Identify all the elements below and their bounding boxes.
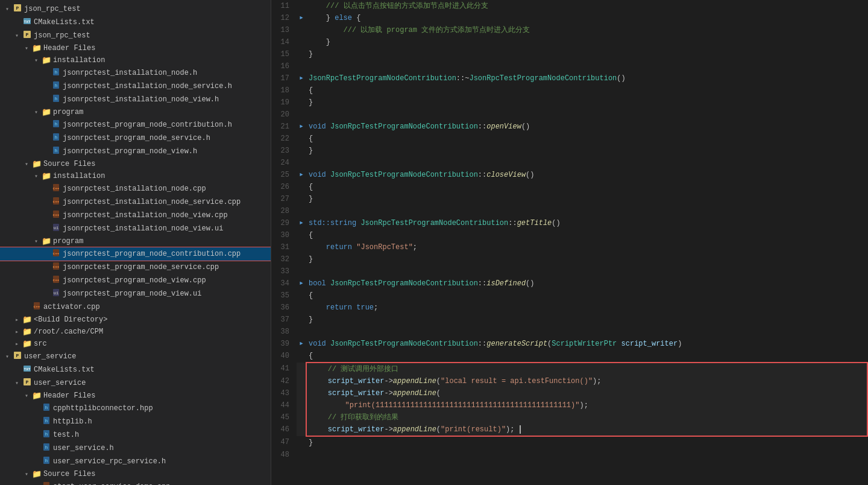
tree-label: jsonrpctest_program_node_contribution.h [63,121,232,129]
code-line: 43 script_writer->appendLine( [271,387,867,399]
file-icon-h: h [41,416,52,427]
tree-label: user_service.h [53,444,114,452]
tree-item-src[interactable]: ▸📁src [0,338,271,350]
code-line: 18{ [271,84,867,97]
tree-item-prog_svc_cpp[interactable]: c++jsonrpctest_program_node_service.cpp [0,261,271,274]
code-line: 42 script_writer->appendLine("local resu… [271,375,867,387]
tree-label: Source Files [43,470,95,478]
tree-label: jsonrpctest_program_node_view.h [63,147,197,156]
tree-label: jsonrpctest_installation_node.h [63,69,197,77]
tree-label: jsonrpctest_installation_node_view.h [63,95,219,104]
tree-item-prog_svc_h[interactable]: hjsonrpctest_program_node_service.h [0,132,271,145]
tree-label: jsonrpctest_installation_node_view.ui [63,224,223,233]
code-line: 44 "print(111111111111111111111111111111… [271,399,867,411]
tree-item-json_rpc_test_root[interactable]: ▾Pjson_rpc_test [0,2,271,16]
code-line: 23} [271,145,867,157]
file-icon-folder: 📁 [41,236,52,246]
tree-item-inst_node_h[interactable]: hjsonrpctest_installation_node.h [0,66,271,80]
file-tree[interactable]: ▾Pjson_rpc_testTXTCMakeLists.txt▾Pjson_r… [0,0,271,485]
tree-item-program_src[interactable]: ▾📁program [0,235,271,247]
svg-text:TXT: TXT [24,367,31,372]
tree-item-user_svc_rpc_h[interactable]: huser_service_rpc_service.h [0,455,271,468]
tree-item-build_dir[interactable]: ▸📁<Build Directory> [0,314,271,326]
tree-item-installation_hdr[interactable]: ▾📁installation [0,54,271,66]
file-icon-h: h [51,119,61,130]
file-icon-cpp: c++ [41,481,52,485]
tree-label: jsonrpctest_installation_node_service.cp… [63,198,241,206]
code-line: 37} [271,314,867,326]
tree-label: CMakeLists.txt [34,18,95,27]
tree-item-inst_node_view_h[interactable]: hjsonrpctest_installation_node_view.h [0,93,271,106]
code-line: 34►bool JsonRpcTestProgramNodeContributi… [271,277,867,290]
code-line: 26{ [271,181,867,193]
tree-item-header_files[interactable]: ▾📁Header Files [0,42,271,54]
tree-item-activator_cpp[interactable]: c++activator.cpp [0,300,271,314]
svg-text:ui: ui [54,291,58,296]
tree-label: jsonrpctest_program_node_view.ui [63,290,201,298]
tree-item-user_service_root[interactable]: ▾Puser_service [0,350,271,363]
file-icon-folder: 📁 [22,327,33,337]
tree-item-cmake_root[interactable]: TXTCMakeLists.txt [0,16,271,29]
svg-text:P: P [26,379,29,385]
tree-item-inst_node_svc_h[interactable]: hjsonrpctest_installation_node_service.h [0,80,271,93]
tree-item-prog_view_h[interactable]: hjsonrpctest_program_node_view.h [0,145,271,158]
tree-label: user_service [24,352,76,361]
code-line: 16 [271,60,867,72]
tree-item-cmake_us[interactable]: TXTCMakeLists.txt [0,363,271,376]
tree-item-installation_src[interactable]: ▾📁installation [0,170,271,182]
tree-item-prog_view_cpp[interactable]: c++jsonrpctest_program_node_view.cpp [0,274,271,287]
tree-item-user_svc_h[interactable]: huser_service.h [0,442,271,455]
code-line: 21►void JsonRpcTestProgramNodeContributi… [271,121,867,133]
code-line: 41 // 测试调用外部接口 [271,363,867,375]
svg-text:P: P [16,5,19,11]
svg-text:h: h [55,83,58,88]
tree-item-prog_contrib_h[interactable]: hjsonrpctest_program_node_contribution.h [0,118,271,132]
code-line: 17►JsonRpcTestProgramNodeContribution::~… [271,72,867,84]
tree-label: program [53,237,83,246]
svg-text:h: h [45,431,48,437]
tree-item-cpphttplib_h[interactable]: hcpphttplibconnector.hpp [0,402,271,415]
code-line: 27} [271,193,867,205]
tree-label: cpphttplibconnector.hpp [53,404,153,413]
tree-item-test_h[interactable]: htest.h [0,428,271,442]
file-icon-cpp: c++ [51,210,61,221]
tree-label: program [53,108,83,116]
tree-item-source_files[interactable]: ▾📁Source Files [0,158,271,170]
tree-item-prog_view_ui[interactable]: uijsonrpctest_program_node_view.ui [0,287,271,300]
tree-arrow: ▾ [2,5,12,13]
tree-item-inst_node_svc_cpp[interactable]: c++jsonrpctest_installation_node_service… [0,195,271,209]
tree-arrow: ▾ [31,173,41,180]
tree-item-inst_node_view_cpp[interactable]: c++jsonrpctest_installation_node_view.cp… [0,209,271,222]
tree-item-inst_node_view_ui[interactable]: uijsonrpctest_installation_node_view.ui [0,222,271,235]
tree-item-prog_contrib_cpp[interactable]: c++jsonrpctest_program_node_contribution… [0,247,271,261]
file-icon-cpp: c++ [31,302,42,312]
tree-label: Source Files [43,160,95,168]
tree-label: /root/.cache/CPM [34,328,103,336]
tree-arrow: ▾ [12,379,22,387]
file-icon-cpp: c++ [51,262,61,273]
tree-item-cache_cpm[interactable]: ▸📁/root/.cache/CPM [0,326,271,338]
tree-item-program_hdr[interactable]: ▾📁program [0,106,271,118]
tree-item-httplib_h[interactable]: hhttplib.h [0,415,271,428]
code-line: 11 /// 以点击节点按钮的方式添加节点时进入此分支 [271,0,867,12]
tree-arrow: ▾ [22,471,31,478]
file-icon-ui: ui [51,223,61,234]
tree-label: jsonrpctest_program_node_service.h [63,134,210,142]
tree-item-start_us_cpp[interactable]: c++start_user_service_demo.cpp [0,480,271,485]
tree-item-header_files_us[interactable]: ▾📁Header Files [0,390,271,402]
tree-item-json_rpc_test_sub[interactable]: ▾Pjson_rpc_test [0,29,271,42]
tree-item-user_service_sub[interactable]: ▾Puser_service [0,376,271,390]
tree-item-source_files_us[interactable]: ▾📁Source Files [0,468,271,480]
code-line: 28 [271,205,867,217]
svg-text:P: P [16,353,19,358]
file-icon-folder: 📁 [31,391,42,401]
svg-text:P: P [26,32,29,37]
file-icon-folder: 📁 [31,469,42,479]
tree-item-inst_node_cpp[interactable]: c++jsonrpctest_installation_node.cpp [0,182,271,195]
svg-text:c++: c++ [53,265,60,269]
code-line: 39►void JsonRpcTestProgramNodeContributi… [271,338,867,350]
tree-arrow: ▾ [22,45,31,52]
svg-text:h: h [45,418,48,423]
code-line: 47} [271,436,867,449]
svg-text:TXT: TXT [24,20,31,24]
